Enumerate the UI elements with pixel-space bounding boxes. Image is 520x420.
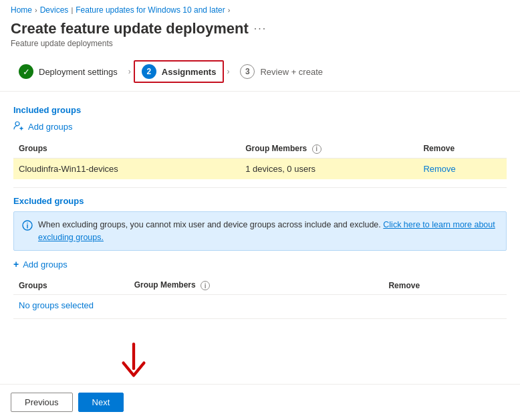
arrow-annotation — [114, 341, 154, 383]
info-icon — [22, 219, 33, 235]
col-members-header: Group Members i — [240, 140, 418, 158]
content-area: Included groups Add groups Groups Group … — [0, 92, 520, 338]
step-deployment-settings-label: Deployment settings — [39, 67, 118, 77]
breadcrumb-sep2: › — [228, 6, 231, 14]
step-deployment-settings[interactable]: ✓ Deployment settings — [11, 60, 126, 83]
add-groups-excluded-link[interactable]: + Add groups — [13, 259, 507, 270]
breadcrumb-home[interactable]: Home — [11, 5, 32, 15]
step-assignments-circle: 2 — [142, 64, 156, 79]
footer: Previous Next — [0, 384, 520, 420]
excl-col-members-header: Group Members i — [129, 276, 384, 294]
page-title: Create feature update deployment — [11, 20, 249, 37]
svg-point-2 — [27, 223, 28, 224]
no-groups-text: No groups selected — [13, 295, 507, 316]
excluded-groups-table: Groups Group Members i Remove No groups … — [13, 276, 507, 316]
breadcrumb-pipe: | — [71, 6, 73, 14]
next-button[interactable]: Next — [78, 393, 124, 412]
section-divider — [13, 187, 507, 188]
group-members-cell: 1 devices, 0 users — [240, 158, 418, 179]
step-review-circle: 3 — [240, 64, 255, 79]
add-groups-included-icon — [13, 120, 24, 133]
add-groups-included-label: Add groups — [28, 122, 73, 132]
page-wrapper: Home › Devices | Feature updates for Win… — [0, 0, 520, 420]
step-arrow-1: › — [126, 67, 134, 76]
excl-members-info-icon: i — [201, 281, 210, 290]
step-review-create[interactable]: 3 Review + create — [232, 60, 331, 83]
breadcrumb-feature[interactable]: Feature updates for Windows 10 and later — [76, 5, 225, 15]
add-groups-included-link[interactable]: Add groups — [13, 120, 507, 133]
step-review-create-label: Review + create — [260, 67, 323, 77]
breadcrumb: Home › Devices | Feature updates for Win… — [0, 0, 520, 17]
add-groups-excluded-label: Add groups — [23, 259, 68, 270]
page-header: Create feature update deployment ··· Fea… — [0, 17, 520, 49]
add-groups-excluded-icon: + — [13, 259, 19, 270]
wizard-steps: ✓ Deployment settings › 2 Assignments › … — [0, 49, 520, 92]
table-row: Cloudinfra-Win11-devices 1 devices, 0 us… — [13, 158, 507, 179]
no-groups-row: No groups selected — [13, 295, 507, 316]
excl-col-remove-header: Remove — [383, 276, 507, 294]
breadcrumb-sep1: › — [35, 6, 37, 14]
step-assignments[interactable]: 2 Assignments — [134, 60, 225, 83]
breadcrumb-devices[interactable]: Devices — [40, 5, 69, 15]
included-groups-table: Groups Group Members i Remove Cloudinfra… — [13, 140, 507, 179]
svg-point-0 — [15, 122, 19, 126]
included-groups-title: Included groups — [13, 105, 507, 115]
group-name-cell: Cloudinfra-Win11-devices — [13, 158, 240, 179]
step-arrow-2: › — [224, 67, 232, 76]
excl-col-groups-header: Groups — [13, 276, 129, 294]
previous-button[interactable]: Previous — [11, 393, 73, 412]
members-info-icon: i — [312, 144, 321, 154]
step-assignments-label: Assignments — [162, 67, 217, 77]
group-remove-cell: Remove — [418, 158, 507, 179]
info-text: When excluding groups, you cannot mix us… — [38, 219, 498, 244]
col-remove-header: Remove — [418, 140, 507, 158]
page-subtitle: Feature update deployments — [11, 39, 509, 48]
step-check-icon: ✓ — [19, 64, 33, 79]
excluded-groups-title: Excluded groups — [13, 196, 507, 206]
info-box: When excluding groups, you cannot mix us… — [13, 211, 507, 251]
bottom-divider — [13, 318, 507, 319]
remove-group-link[interactable]: Remove — [423, 164, 455, 174]
col-groups-header: Groups — [13, 140, 240, 158]
more-options-icon[interactable]: ··· — [254, 23, 267, 35]
